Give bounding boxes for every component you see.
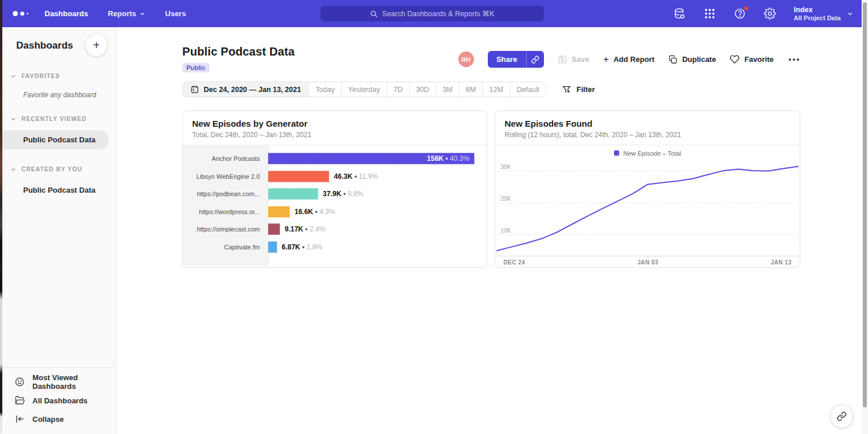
bar-libsyn-webengine-2-0[interactable] xyxy=(268,171,329,182)
search-icon xyxy=(370,10,378,18)
sidebar-footer-most-viewed-dashboards[interactable]: Most Viewed Dashboards xyxy=(2,373,116,391)
sidebar-footer-all-dashboards[interactable]: All Dashboards xyxy=(2,391,116,410)
bar-row-https-podbean-com: https://podbean.com...37.9K • 9.8% xyxy=(183,185,487,203)
duplicate-button[interactable]: Duplicate xyxy=(668,55,716,64)
folder-icon xyxy=(14,395,25,406)
chevron-down-icon xyxy=(10,167,16,172)
bar-chart-card: New Episodes by Generator Total, Dec 24t… xyxy=(182,111,487,268)
notification-badge xyxy=(744,6,749,11)
bar-value-label: 156K • 40.3% xyxy=(427,155,475,163)
save-button[interactable]: Save xyxy=(558,55,589,64)
duplicate-icon xyxy=(668,55,678,64)
nav-item-users[interactable]: Users xyxy=(165,9,186,18)
preset-7d[interactable]: 7D xyxy=(387,82,409,97)
help-icon[interactable] xyxy=(734,8,746,20)
line-chart-plot: 10K20K30K xyxy=(496,161,799,256)
search-placeholder: Search Dashboards & Reports ⌘K xyxy=(382,9,495,18)
bar-category-label: https://podbean.com... xyxy=(183,190,268,197)
section-header[interactable]: FAVORITES xyxy=(2,73,116,79)
apps-grid-icon[interactable] xyxy=(704,8,716,20)
main-area: Public Podcast Data Public RH Share xyxy=(116,27,862,434)
sidebar-footer-collapse[interactable]: Collapse xyxy=(2,410,116,428)
filter-icon xyxy=(562,85,571,94)
filter-button[interactable]: Filter xyxy=(562,85,595,94)
mode-logo[interactable] xyxy=(13,11,28,16)
action-bar: RH Share Save + A xyxy=(458,51,800,68)
workspace-name: Index xyxy=(794,6,841,14)
bar-chart-plot: Anchor Podcasts156K • 40.3%Libsyn WebEng… xyxy=(183,145,487,266)
x-tick-label: DEC 24 xyxy=(503,259,525,266)
chevron-down-icon xyxy=(10,116,16,122)
bar-captivate-fm[interactable] xyxy=(268,241,277,253)
section-header[interactable]: RECENTLY VIEWED xyxy=(2,116,116,122)
workspace-switcher[interactable]: Index All Project Data xyxy=(794,6,854,22)
sidebar-item-public-podcast-data[interactable]: Public Podcast Data xyxy=(2,181,116,200)
nav-right: Index All Project Data xyxy=(674,6,862,22)
sidebar-section-favorites: FAVORITESFavorite any dashboard xyxy=(2,73,116,99)
bar-value-label: 16.6K • 4.3% xyxy=(295,208,335,216)
page-title: Public Podcast Data xyxy=(182,45,295,58)
x-tick-label: JAN 03 xyxy=(637,259,658,266)
x-axis: DEC 24 JAN 03 JAN 13 xyxy=(495,256,800,266)
bar-row-https-simplecast-com: https://simplecast.com9.17K • 2.4% xyxy=(183,220,487,238)
favorite-button[interactable]: Favorite xyxy=(730,54,774,64)
bar-https-wordpress-or[interactable] xyxy=(268,206,290,218)
section-header[interactable]: CREATED BY YOU xyxy=(2,166,116,172)
top-nav: DashboardsReportsUsers Search Dashboards… xyxy=(2,0,862,27)
bar-chart-subtitle: Total, Dec 24th, 2020 – Jan 13th, 2021 xyxy=(192,131,477,139)
nav-item-dashboards[interactable]: Dashboards xyxy=(45,9,88,18)
preset-default[interactable]: Default xyxy=(510,82,546,97)
date-range-group: Dec 24, 2020 — Jan 13, 2021 TodayYesterd… xyxy=(182,82,546,97)
date-toolbar: Dec 24, 2020 — Jan 13, 2021 TodayYesterd… xyxy=(182,82,800,97)
share-link-button[interactable] xyxy=(526,51,544,68)
data-sources-icon[interactable] xyxy=(674,8,686,20)
share-button[interactable]: Share xyxy=(488,51,526,68)
bar-anchor-podcasts[interactable]: 156K • 40.3% xyxy=(268,153,475,164)
add-report-button[interactable]: + Add Report xyxy=(603,55,654,64)
chevron-down-icon xyxy=(847,10,854,17)
link-icon xyxy=(837,411,847,421)
preset-6m[interactable]: 6M xyxy=(459,82,482,97)
bar-category-label: Anchor Podcasts xyxy=(183,155,268,162)
share-link-fab[interactable] xyxy=(830,405,853,428)
preset-30d[interactable]: 30D xyxy=(409,82,436,97)
preset-12m[interactable]: 12M xyxy=(482,82,509,97)
primary-nav: DashboardsReportsUsers xyxy=(45,9,186,18)
empty-hint: Favorite any dashboard xyxy=(2,91,116,99)
legend-label: New Episode – Total xyxy=(623,150,681,157)
avatar[interactable]: RH xyxy=(458,52,474,67)
section-label: CREATED BY YOU xyxy=(21,166,82,172)
sidebar-item-public-podcast-data[interactable]: Public Podcast Data xyxy=(2,130,109,149)
settings-icon[interactable] xyxy=(764,8,777,20)
line-chart-subtitle: Rolling (12 hours), total, Dec 24th, 202… xyxy=(505,131,790,139)
chevron-down-icon xyxy=(139,11,145,17)
bar-category-label: https://wordpress.or... xyxy=(183,208,268,215)
bar-row-libsyn-webengine-2-0: Libsyn WebEngine 2.046.3K • 11.9% xyxy=(183,168,487,186)
line-series[interactable] xyxy=(496,166,799,251)
bar-https-podbean-com[interactable] xyxy=(268,188,318,200)
preset-3m[interactable]: 3M xyxy=(436,82,459,97)
preset-today[interactable]: Today xyxy=(308,82,341,97)
bar-https-simplecast-com[interactable] xyxy=(268,223,280,235)
search-input[interactable]: Search Dashboards & Reports ⌘K xyxy=(321,6,544,21)
add-dashboard-button[interactable]: + xyxy=(86,35,107,56)
date-range-button[interactable]: Dec 24, 2020 — Jan 13, 2021 xyxy=(183,82,308,97)
x-tick-label: JAN 13 xyxy=(771,259,792,266)
collapse-icon xyxy=(14,414,25,424)
bar-category-label: Captivate.fm xyxy=(183,244,268,251)
smiley-icon xyxy=(14,377,25,387)
more-options-button[interactable] xyxy=(788,56,800,63)
preset-yesterday[interactable]: Yesterday xyxy=(341,82,387,97)
nav-item-reports[interactable]: Reports xyxy=(108,9,145,18)
calendar-icon xyxy=(190,85,199,94)
scrollbar-thumb[interactable] xyxy=(863,2,867,407)
bar-chart-title: New Episodes by Generator xyxy=(192,119,477,128)
bar-value-label: 46.3K • 11.9% xyxy=(334,172,378,181)
background-app-edge xyxy=(0,0,2,434)
public-badge: Public xyxy=(182,63,209,72)
chevron-down-icon xyxy=(10,73,16,79)
sidebar-title: Dashboards xyxy=(16,40,73,52)
page-scrollbar[interactable] xyxy=(862,0,868,434)
heart-icon xyxy=(730,54,740,64)
bar-row-captivate-fm: Captivate.fm6.87K • 1.8% xyxy=(183,238,487,256)
